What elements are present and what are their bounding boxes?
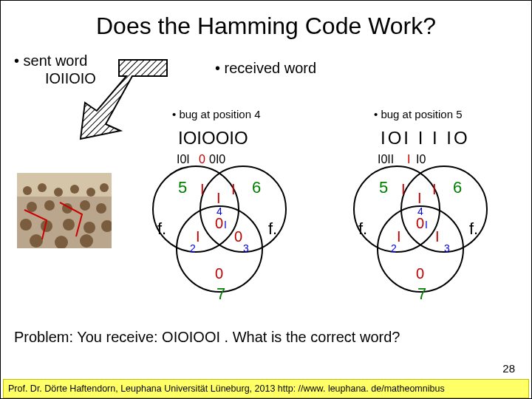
svg-text:I: I: [196, 228, 200, 245]
svg-point-14: [96, 203, 106, 214]
page-number: 28: [502, 362, 515, 375]
svg-text:I0II: I0II: [378, 153, 394, 166]
venn-tl-outer: 5: [178, 178, 187, 197]
svg-text:0: 0: [416, 215, 424, 231]
svg-text:I: I: [407, 153, 410, 166]
svg-text:I: I: [224, 219, 227, 231]
svg-point-22: [80, 234, 93, 248]
svg-point-8: [86, 188, 95, 197]
svg-text:I: I: [401, 181, 406, 197]
svg-text:0: 0: [215, 265, 223, 282]
received-word-bug5: IOI I I IO: [381, 128, 470, 149]
svg-point-5: [38, 183, 47, 192]
svg-point-15: [20, 219, 32, 231]
problem-text: Problem: You receive: OIOIOOI . What is …: [14, 329, 400, 346]
svg-text:I0I: I0I: [177, 153, 190, 166]
received-word-label: • received word: [215, 60, 316, 77]
svg-point-20: [30, 234, 43, 248]
svg-text:I: I: [216, 190, 221, 206]
svg-rect-3: [17, 173, 112, 197]
svg-text:I: I: [417, 190, 422, 206]
svg-point-7: [70, 185, 79, 194]
svg-text:I0: I0: [416, 153, 426, 166]
svg-text:5: 5: [379, 178, 388, 197]
arrow-icon: [75, 54, 171, 143]
crowd-photo: [17, 173, 112, 248]
svg-text:3: 3: [444, 242, 450, 254]
bug-position-5-label: • bug at position 5: [374, 108, 463, 120]
svg-point-10: [27, 202, 37, 212]
slide-title: Does the Hamming Code Work?: [1, 13, 531, 40]
svg-text:f.: f.: [469, 219, 478, 238]
received-word-bug4: IOIOOIO: [178, 128, 248, 149]
footer-citation: Prof. Dr. Dörte Haftendorn, Leuphana Uni…: [3, 379, 529, 398]
svg-point-41: [401, 166, 487, 252]
svg-text:2: 2: [190, 242, 196, 254]
svg-text:0: 0: [215, 215, 223, 231]
svg-text:I: I: [425, 219, 428, 231]
svg-text:0: 0: [234, 228, 242, 245]
svg-marker-1: [81, 60, 167, 139]
venn-b-outer: 7: [216, 284, 225, 303]
svg-point-6: [54, 188, 63, 197]
svg-text:0I0: 0I0: [209, 153, 225, 166]
svg-text:I: I: [435, 228, 440, 245]
svg-point-24: [200, 166, 286, 252]
venn-diagram-bug5: 5 6 7 f. f. I I 0 I I I 0 4 2 3 I: [339, 153, 502, 307]
svg-text:2: 2: [391, 242, 397, 254]
svg-point-17: [63, 219, 75, 231]
svg-point-11: [44, 200, 55, 211]
bug-position-4-label: • bug at position 4: [172, 108, 261, 120]
svg-text:3: 3: [243, 242, 249, 254]
svg-text:I: I: [397, 228, 401, 245]
svg-text:4: 4: [417, 205, 423, 217]
svg-point-18: [83, 222, 95, 233]
venn-f-right: f.: [268, 219, 277, 238]
svg-text:I: I: [200, 181, 205, 197]
svg-text:4: 4: [216, 205, 222, 217]
svg-point-4: [23, 186, 32, 195]
venn-f-left: f.: [157, 219, 166, 238]
venn-tr-outer: 6: [252, 178, 261, 197]
svg-point-13: [80, 200, 90, 211]
svg-text:I: I: [432, 181, 437, 197]
venn-diagram-bug4: 5 6 7 f. f. I I 0 I I 0 0 4 2 3 I: [138, 153, 301, 307]
svg-text:7: 7: [417, 284, 426, 303]
svg-text:I: I: [231, 181, 236, 197]
svg-point-9: [100, 183, 109, 192]
svg-text:0: 0: [199, 153, 205, 166]
svg-text:6: 6: [453, 178, 462, 197]
svg-text:0: 0: [416, 265, 424, 282]
svg-text:f.: f.: [358, 219, 367, 238]
